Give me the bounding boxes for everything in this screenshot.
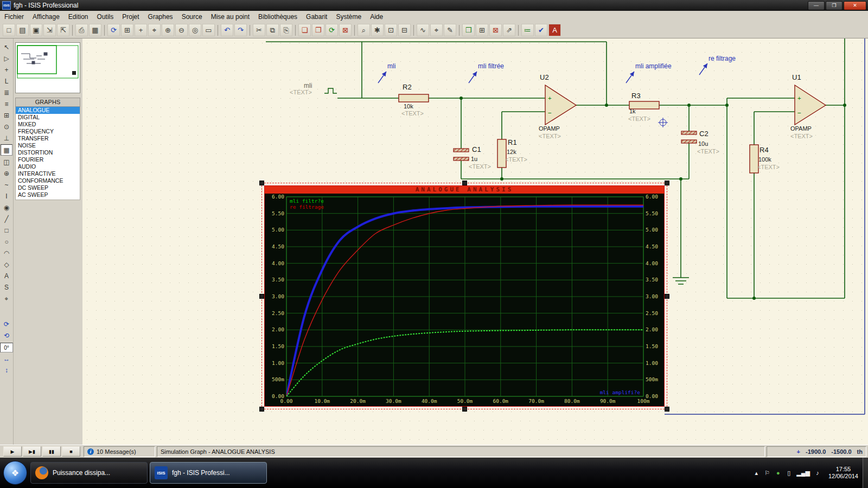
graph-type-audio[interactable]: AUDIO bbox=[16, 163, 80, 170]
bill-of-materials-button[interactable]: ≔ bbox=[521, 24, 534, 36]
taskbar-clock[interactable]: 17:55 12/06/2014 bbox=[824, 466, 863, 480]
component-mode-tool[interactable]: ▷ bbox=[1, 53, 12, 63]
2d-circle-tool[interactable]: ○ bbox=[1, 236, 12, 247]
graph-type-ac-sweep[interactable]: AC SWEEP bbox=[16, 191, 80, 198]
graph-type-noise[interactable]: NOISE bbox=[16, 142, 80, 149]
graph-type-dc-sweep[interactable]: DC SWEEP bbox=[16, 184, 80, 191]
terminal-tool[interactable]: ⊙ bbox=[1, 121, 12, 132]
zoom-out-button[interactable]: ⊖ bbox=[175, 24, 188, 36]
selection-handle[interactable] bbox=[462, 407, 467, 412]
2d-text-tool[interactable]: A bbox=[1, 271, 12, 281]
analysis-graph-window[interactable]: ANALOGUE ANALYSIS 0.000.00500m500m1.001.… bbox=[264, 185, 665, 407]
zoom-all-button[interactable]: ◎ bbox=[189, 24, 201, 36]
graph-type-fourier[interactable]: FOURIER bbox=[16, 156, 80, 163]
decompose-button[interactable]: ⊟ bbox=[398, 24, 411, 36]
network-icon[interactable]: ▂▄▆ bbox=[796, 470, 810, 477]
start-button[interactable]: ❖ bbox=[3, 461, 27, 485]
stop-button[interactable]: ■ bbox=[62, 446, 80, 457]
make-device-button[interactable]: ✱ bbox=[371, 24, 384, 36]
capacitors[interactable] bbox=[454, 131, 697, 160]
rotate-clockwise-tool[interactable]: ⟳ bbox=[1, 319, 12, 329]
graph-mode-tool[interactable]: ▦ bbox=[1, 144, 12, 156]
graph-type-transfer[interactable]: TRANSFER bbox=[16, 135, 80, 142]
false-origin-button[interactable]: + bbox=[135, 24, 147, 36]
text-script-tool[interactable]: ≣ bbox=[1, 87, 12, 98]
overview-panel[interactable] bbox=[15, 42, 80, 93]
subcircuit-tool[interactable]: ⊞ bbox=[1, 110, 12, 120]
cut-button[interactable]: ✂ bbox=[253, 24, 265, 36]
block-delete-button[interactable]: ⊠ bbox=[339, 24, 352, 36]
2d-symbol-tool[interactable]: S bbox=[1, 282, 12, 292]
step-button[interactable]: ▶▮ bbox=[23, 446, 41, 457]
menu-item-source[interactable]: Source bbox=[177, 12, 207, 22]
property-assignment-button[interactable]: ✎ bbox=[444, 24, 456, 36]
block-copy-button[interactable]: ❏ bbox=[298, 24, 311, 36]
pick-device-button[interactable]: ⌕ bbox=[358, 24, 370, 36]
redraw-button[interactable]: ⟳ bbox=[107, 24, 120, 36]
selection-handle[interactable] bbox=[259, 407, 264, 412]
status-icon-green[interactable]: ● bbox=[775, 470, 781, 476]
new-sheet-button[interactable]: ⊞ bbox=[476, 24, 488, 36]
mark-output-area-button[interactable]: ▦ bbox=[89, 24, 101, 36]
search-and-tag-button[interactable]: ⌖ bbox=[430, 24, 443, 36]
2d-arc-tool[interactable]: ◠ bbox=[1, 248, 12, 258]
taskbar-button-puissance-dissipa[interactable]: Puissance dissipa... bbox=[30, 462, 148, 484]
rotate-anticlockwise-tool[interactable]: ⟲ bbox=[1, 330, 12, 341]
action-center-icon[interactable]: ⚐ bbox=[764, 470, 770, 477]
device-pin-tool[interactable]: ⊥ bbox=[1, 133, 12, 143]
2d-line-tool[interactable]: ╱ bbox=[1, 214, 12, 224]
messages-panel[interactable]: i 10 Message(s) bbox=[84, 446, 155, 457]
selection-handle[interactable] bbox=[665, 294, 669, 299]
vertical-mirror-tool[interactable]: ↕ bbox=[1, 365, 12, 375]
selection-handle[interactable] bbox=[259, 181, 264, 185]
volume-icon[interactable]: ♪ bbox=[814, 470, 821, 476]
remove-sheet-button[interactable]: ⊠ bbox=[489, 24, 502, 36]
selection-handle[interactable] bbox=[665, 407, 669, 412]
tape-recorder-tool[interactable]: ◫ bbox=[1, 157, 12, 167]
graph-type-conformance[interactable]: CONFORMANCE bbox=[16, 177, 80, 184]
maximize-button[interactable]: ❐ bbox=[826, 1, 843, 10]
2d-box-tool[interactable]: □ bbox=[1, 225, 12, 235]
menu-item-projet[interactable]: Projet bbox=[118, 12, 143, 22]
selection-handle[interactable] bbox=[665, 181, 669, 185]
menu-item-fichier[interactable]: Fichier bbox=[0, 12, 28, 22]
menu-item-affichage[interactable]: Affichage bbox=[28, 12, 64, 22]
menu-item-mise-au-point[interactable]: Mise au point bbox=[207, 12, 254, 22]
rotation-angle-box[interactable]: 0° bbox=[0, 343, 13, 352]
play-button[interactable]: ▶ bbox=[3, 446, 22, 457]
exit-to-parent-button[interactable]: ⇗ bbox=[503, 24, 515, 36]
undo-button[interactable]: ↶ bbox=[221, 24, 233, 36]
import-section-button[interactable]: ⇲ bbox=[43, 24, 56, 36]
new-design-button[interactable]: □ bbox=[3, 24, 15, 36]
graph-type-digital[interactable]: DIGITAL bbox=[16, 114, 80, 121]
minimize-button[interactable]: — bbox=[808, 1, 825, 10]
menu-item-aide[interactable]: Aide bbox=[366, 12, 387, 22]
menu-item-graphes[interactable]: Graphes bbox=[144, 12, 177, 22]
graph-type-analogue[interactable]: ANALOGUE bbox=[16, 107, 80, 114]
packaging-tool-button[interactable]: ⊡ bbox=[385, 24, 397, 36]
hidden-icons-button[interactable]: ▴ bbox=[753, 470, 760, 477]
redo-button[interactable]: ↷ bbox=[234, 24, 247, 36]
menu-item-outils[interactable]: Outils bbox=[93, 12, 118, 22]
2d-marker-tool[interactable]: ⌖ bbox=[1, 293, 12, 304]
toggle-grid-button[interactable]: ⊞ bbox=[121, 24, 133, 36]
selection-handle[interactable] bbox=[259, 294, 264, 299]
schematic-canvas[interactable]: +− +− mli<TEXT>R210k<TEXT>C11u<TEXT>R112… bbox=[82, 38, 868, 445]
design-explorer-button[interactable]: ❒ bbox=[462, 24, 475, 36]
horizontal-mirror-tool[interactable]: ↔ bbox=[1, 354, 12, 364]
taskbar-button-fgh-isis-professi[interactable]: ISISfgh - ISIS Professi... bbox=[150, 462, 267, 484]
graph-type-interactive[interactable]: INTERACTIVE bbox=[16, 170, 80, 177]
virtual-instruments-tool[interactable]: ◉ bbox=[1, 202, 12, 213]
graph-type-distortion[interactable]: DISTORTION bbox=[16, 149, 80, 156]
block-rotate-button[interactable]: ⟳ bbox=[326, 24, 338, 36]
menu-item-biblioth-ques[interactable]: Bibliothèques bbox=[254, 12, 302, 22]
current-probe-tool[interactable]: I bbox=[1, 191, 12, 201]
menu-item-syst-me[interactable]: Système bbox=[331, 12, 366, 22]
menu-item-gabarit[interactable]: Gabarit bbox=[302, 12, 331, 22]
bus-tool[interactable]: ≡ bbox=[1, 99, 12, 109]
wire-label-tool[interactable]: L bbox=[1, 76, 12, 86]
graph-type-frequency[interactable]: FREQUENCY bbox=[16, 128, 80, 135]
netlist-to-ares-button[interactable]: A bbox=[548, 24, 561, 36]
wire-autorouter-button[interactable]: ∿ bbox=[417, 24, 429, 36]
selection-handle[interactable] bbox=[462, 181, 467, 185]
